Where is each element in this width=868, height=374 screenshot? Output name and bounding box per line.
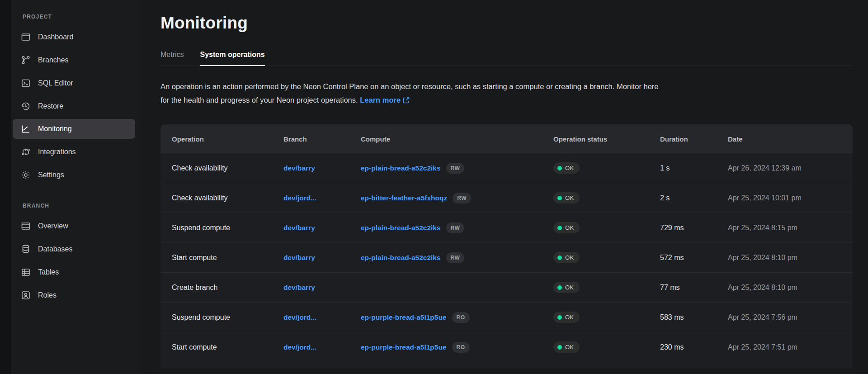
sidebar-item-tables[interactable]: Tables [13,260,135,284]
operation-cell: Check availability [172,164,283,172]
table-row: Create branch dev/barry OK 77 ms Apr 25,… [160,273,853,303]
branch-link[interactable]: dev/jord... [283,343,316,351]
operations-table: Operation Branch Compute Operation statu… [160,124,853,369]
table-row: Suspend compute dev/barry ep-plain-bread… [160,213,853,243]
tab-bar: Metrics System operations [160,51,853,66]
access-badge: RW [453,193,471,204]
sidebar: PROJECT Dashboard Branches SQL Editor [0,0,140,374]
access-badge: RO [452,312,470,323]
sidebar-item-branches[interactable]: Branches [13,48,135,71]
branch-link[interactable]: dev/barry [283,164,315,172]
column-header-branch: Branch [283,135,361,143]
status-badge: OK [553,312,580,323]
table-row: Start compute dev/barry ep-plain-bread-a… [160,243,853,273]
date-cell: Apr 26, 2024 12:39 am [728,164,841,172]
branch-link[interactable]: dev/barry [283,284,315,291]
status-badge: OK [553,282,580,293]
overview-icon [21,221,31,231]
sidebar-item-label: SQL Editor [38,79,73,87]
date-cell: Apr 25, 2024 7:56 pm [728,313,841,322]
duration-cell: 583 ms [660,313,728,322]
compute-link[interactable]: ep-bitter-feather-a5fxhoqz [361,194,447,202]
monitoring-icon [21,124,31,134]
learn-more-link[interactable]: Learn more [360,96,401,104]
restore-icon [21,101,31,111]
external-link-icon [403,94,410,108]
date-cell: Apr 25, 2024 7:51 pm [728,343,841,351]
duration-cell: 230 ms [660,343,728,351]
status-ok-dot [557,196,562,200]
table-row: Start compute dev/jord... ep-purple-brea… [160,332,853,362]
column-header-duration: Duration [660,135,728,143]
date-cell: Apr 25, 2024 10:01 pm [728,194,841,202]
sidebar-item-sql-editor[interactable]: SQL Editor [13,71,135,95]
sidebar-item-restore[interactable]: Restore [13,95,135,118]
access-badge: RW [446,252,465,263]
sidebar-item-roles[interactable]: Roles [13,284,135,307]
sidebar-item-integrations[interactable]: Integrations [13,140,135,163]
sidebar-item-label: Tables [38,268,59,276]
status-ok-dot [557,226,562,230]
date-cell: Apr 25, 2024 8:15 pm [728,224,841,232]
status-badge: OK [553,252,580,263]
tables-icon [21,267,31,277]
branch-link[interactable]: dev/jord... [283,313,316,321]
status-badge: OK [553,341,580,353]
settings-icon [21,170,31,180]
table-header-row: Operation Branch Compute Operation statu… [160,124,853,153]
sidebar-item-settings[interactable]: Settings [13,163,135,186]
table-row-partial [160,362,853,369]
operation-cell: Start compute [172,343,283,351]
status-ok-dot [557,285,562,290]
databases-icon [21,244,31,254]
compute-link[interactable]: ep-purple-bread-a5l1p5ue [361,313,447,322]
sidebar-item-label: Branches [38,56,69,64]
operation-cell: Start compute [172,254,283,262]
operation-cell: Suspend compute [172,313,283,322]
branch-link[interactable]: dev/barry [283,254,315,261]
duration-cell: 77 ms [660,284,728,292]
sidebar-item-label: Dashboard [38,33,73,41]
table-row: Suspend compute dev/jord... ep-purple-br… [160,303,853,332]
access-badge: RW [446,163,465,174]
sidebar-rail [0,0,11,374]
sidebar-item-label: Overview [38,222,68,230]
sidebar-item-dashboard[interactable]: Dashboard [13,25,135,48]
status-badge: OK [553,192,580,204]
compute-link[interactable]: ep-purple-bread-a5l1p5ue [361,343,447,351]
app-window: PROJECT Dashboard Branches SQL Editor [0,0,868,374]
date-cell: Apr 25, 2024 8:10 pm [728,254,841,262]
operation-cell: Suspend compute [172,224,283,232]
duration-cell: 1 s [660,164,728,172]
operations-description: An operation is an action performed by t… [160,80,669,108]
compute-link[interactable]: ep-plain-bread-a52c2iks [361,224,441,232]
operation-cell: Create branch [172,284,283,292]
table-row: Check availability dev/jord... ep-bitter… [160,183,853,213]
duration-cell: 572 ms [660,254,728,262]
sidebar-item-databases[interactable]: Databases [13,237,135,260]
status-badge: OK [553,162,580,174]
duration-cell: 729 ms [660,224,728,232]
sidebar-item-overview[interactable]: Overview [13,214,135,237]
sidebar-item-monitoring[interactable]: Monitoring [13,119,135,139]
column-header-compute: Compute [361,135,553,143]
sidebar-section-project: PROJECT [13,14,135,25]
compute-link[interactable]: ep-plain-bread-a52c2iks [361,254,441,262]
sidebar-item-label: Settings [38,171,64,179]
tab-metrics[interactable]: Metrics [160,51,184,66]
sidebar-item-label: Monitoring [38,125,72,133]
column-header-operation-status: Operation status [553,135,660,143]
dashboard-icon [21,32,31,42]
integrations-icon [21,147,31,157]
status-ok-dot [557,256,562,260]
column-header-operation: Operation [172,135,283,143]
date-cell: Apr 25, 2024 8:10 pm [728,284,841,292]
compute-link[interactable]: ep-plain-bread-a52c2iks [361,164,441,172]
sidebar-nav: PROJECT Dashboard Branches SQL Editor [11,0,140,374]
branch-link[interactable]: dev/barry [283,224,315,232]
tab-system-operations[interactable]: System operations [200,51,265,66]
column-header-date: Date [728,135,841,143]
operation-cell: Check availability [172,194,283,202]
sidebar-section-branch: BRANCH [13,186,135,214]
branch-link[interactable]: dev/jord... [283,194,316,202]
